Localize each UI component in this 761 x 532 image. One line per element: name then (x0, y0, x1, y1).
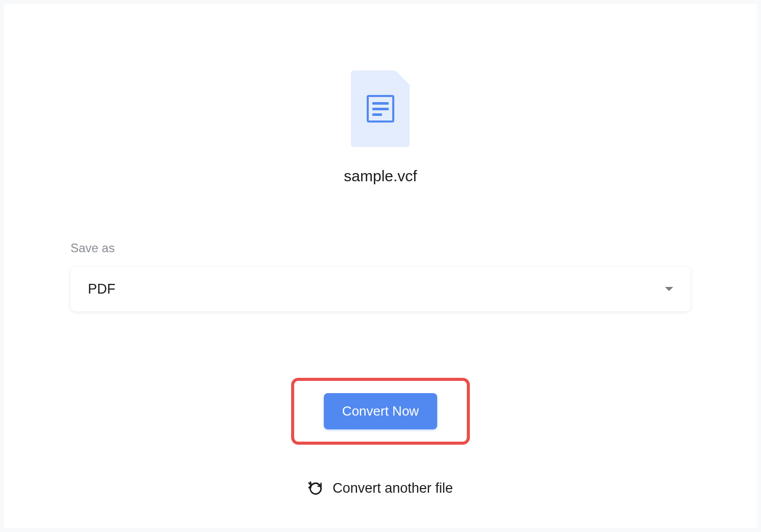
convert-another-link[interactable]: Convert another file (308, 480, 453, 496)
file-preview: sample.vcf (344, 70, 417, 185)
format-selected-value: PDF (88, 281, 115, 297)
chevron-down-icon (665, 287, 673, 291)
convert-now-button[interactable]: Convert Now (324, 393, 437, 429)
format-dropdown[interactable]: PDF (70, 267, 691, 311)
convert-another-label: Convert another file (332, 480, 453, 496)
file-icon (351, 70, 410, 147)
document-icon (367, 95, 394, 123)
refresh-icon (308, 481, 323, 496)
file-name: sample.vcf (344, 167, 417, 185)
file-converter-panel: sample.vcf Save as PDF Convert Now Conve… (4, 4, 757, 528)
convert-button-highlight: Convert Now (291, 378, 470, 445)
save-as-label: Save as (70, 241, 691, 255)
save-as-section: Save as PDF (70, 241, 691, 311)
